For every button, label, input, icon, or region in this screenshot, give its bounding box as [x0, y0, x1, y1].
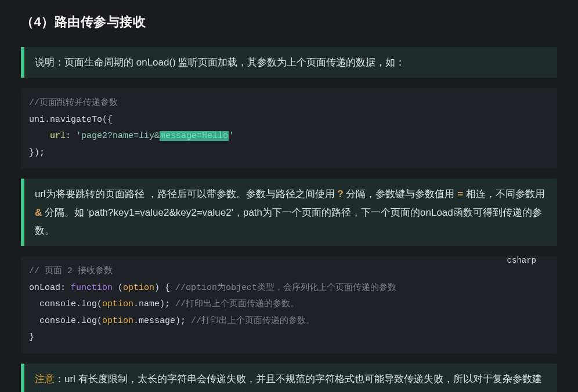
- code-text: }: [29, 332, 34, 342]
- inline-ampersand: &: [35, 207, 42, 218]
- note-text: 说明：页面生命周期的 onLoad() 监听页面加载，其参数为上个页面传递的数据…: [35, 57, 406, 68]
- code-comment: //页面跳转并传递参数: [29, 98, 118, 108]
- code-punc: ) {: [154, 283, 175, 293]
- warning-label: 注意: [35, 373, 55, 384]
- note-quote-2: url为将要跳转的页面路径 ，路径后可以带参数。参数与路径之间使用 ? 分隔，参…: [21, 179, 557, 246]
- code-text: .message);: [133, 316, 191, 326]
- code-param: option: [123, 283, 154, 293]
- section-heading: （4）路由传参与接收: [21, 10, 557, 34]
- note-text: url为将要跳转的页面路径 ，路径后可以带参数。参数与路径之间使用: [35, 188, 337, 199]
- code-quote-close: ': [229, 131, 234, 141]
- code-text: onLoad:: [29, 283, 71, 293]
- code-param: option: [102, 299, 133, 309]
- code-text: console.log(: [29, 316, 102, 326]
- inline-equals: =: [457, 188, 463, 199]
- code-comment: //打印出上个页面传递的参数。: [191, 316, 315, 326]
- code-string-highlight: message=Hello: [160, 131, 229, 141]
- code-comment: //打印出上个页面传递的参数。: [175, 299, 299, 309]
- code-text: .name);: [133, 299, 175, 309]
- code-param: option: [102, 316, 133, 326]
- warning-text: ：url 有长度限制，太长的字符串会传递失败，并且不规范的字符格式也可能导致传递…: [35, 373, 542, 392]
- code-punc: :: [66, 131, 76, 141]
- code-quote-open: ': [76, 131, 81, 141]
- note-text: 分隔，参数键与参数值用: [344, 188, 457, 199]
- code-line: });: [29, 148, 45, 158]
- code-block-navigate: //页面跳转并传递参数 uni.navigateTo({ url: 'page2…: [21, 88, 557, 168]
- inline-question-mark: ?: [337, 188, 343, 199]
- code-comment: // 页面 2 接收参数: [29, 266, 113, 276]
- code-line: uni.navigateTo({: [29, 115, 113, 125]
- code-keyword: function: [71, 283, 113, 293]
- code-key: url: [50, 131, 66, 141]
- code-language-tag: csharp: [498, 256, 546, 270]
- note-text: 分隔。如 'path?key1=value2&key2=value2'，path…: [35, 207, 542, 236]
- code-block-onload: csharp// 页面 2 接收参数 onLoad: function (opt…: [21, 256, 557, 353]
- code-comment: //option为object类型，会序列化上个页面传递的参数: [175, 283, 396, 293]
- code-punc: (: [113, 283, 123, 293]
- note-quote-1: 说明：页面生命周期的 onLoad() 监听页面加载，其参数为上个页面传递的数据…: [21, 47, 557, 78]
- code-text: console.log(: [29, 299, 102, 309]
- code-string: page2?name=liy&: [81, 131, 160, 141]
- note-quote-warning: 注意：url 有长度限制，太长的字符串会传递失败，并且不规范的字符格式也可能导致…: [21, 364, 557, 392]
- note-text: 相连，不同参数用: [463, 188, 545, 199]
- article-section: （4）路由传参与接收 说明：页面生命周期的 onLoad() 监听页面加载，其参…: [0, 0, 578, 392]
